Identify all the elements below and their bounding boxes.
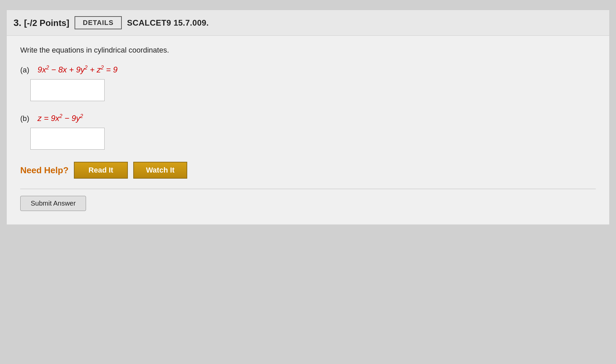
part-a: (a) 9x2 − 8x + 9y2 + z2 = 9	[20, 65, 596, 101]
part-a-input[interactable]	[30, 79, 105, 101]
read-it-button[interactable]: Read It	[74, 162, 128, 179]
part-b-equation: z = 9x2 − 9y2	[37, 114, 83, 123]
problem-code: SCALCET9 15.7.009.	[127, 18, 209, 28]
part-a-label: (a) 9x2 − 8x + 9y2 + z2 = 9	[20, 65, 596, 74]
part-a-equation: 9x2 − 8x + 9y2 + z2 = 9	[37, 65, 117, 74]
part-b-letter: (b)	[20, 114, 29, 123]
number-label: 3.	[13, 18, 21, 28]
question-body: Write the equations in cylindrical coord…	[7, 35, 609, 224]
question-container: 3. [-/2 Points] DETAILS SCALCET9 15.7.00…	[7, 10, 609, 224]
question-header: 3. [-/2 Points] DETAILS SCALCET9 15.7.00…	[7, 10, 609, 35]
submit-row: Submit Answer	[20, 189, 596, 211]
page-wrapper: 3. [-/2 Points] DETAILS SCALCET9 15.7.00…	[0, 0, 616, 364]
need-help-row: Need Help? Read It Watch It	[20, 162, 596, 179]
question-number: 3. [-/2 Points]	[13, 18, 69, 28]
instructions: Write the equations in cylindrical coord…	[20, 46, 596, 55]
part-b-label: (b) z = 9x2 − 9y2	[20, 113, 596, 123]
part-b: (b) z = 9x2 − 9y2	[20, 113, 596, 150]
watch-it-button[interactable]: Watch It	[133, 162, 187, 179]
details-button[interactable]: DETAILS	[75, 16, 121, 29]
points-label: [-/2 Points]	[24, 18, 69, 28]
part-a-letter: (a)	[20, 66, 29, 74]
submit-answer-button[interactable]: Submit Answer	[20, 196, 86, 211]
need-help-label: Need Help?	[20, 165, 68, 176]
part-b-input[interactable]	[30, 128, 105, 150]
